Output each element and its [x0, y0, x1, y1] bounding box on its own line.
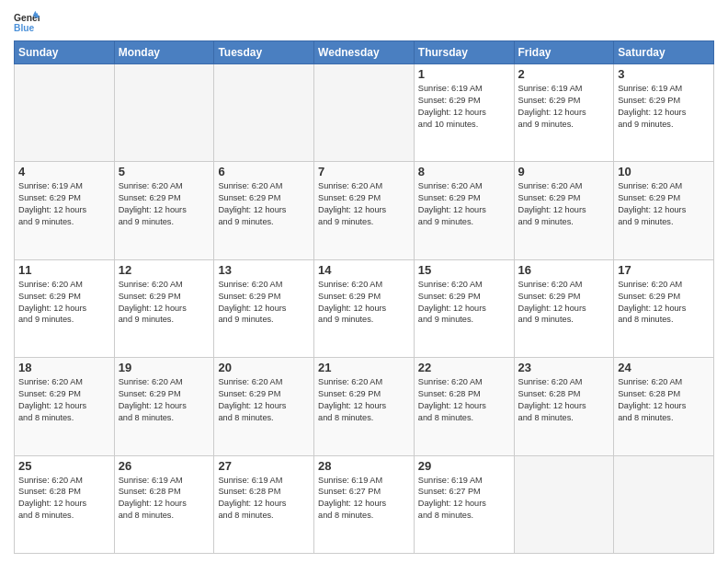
calendar-cell: 12Sunrise: 6:20 AMSunset: 6:29 PMDayligh…	[114, 259, 214, 357]
day-number: 11	[18, 263, 110, 277]
calendar-cell: 29Sunrise: 6:19 AMSunset: 6:27 PMDayligh…	[414, 455, 514, 553]
day-info: Sunrise: 6:19 AMSunset: 6:27 PMDaylight:…	[418, 475, 510, 523]
day-info: Sunrise: 6:20 AMSunset: 6:29 PMDaylight:…	[119, 279, 210, 327]
calendar-week-4: 18Sunrise: 6:20 AMSunset: 6:29 PMDayligh…	[15, 358, 714, 455]
calendar-cell: 14Sunrise: 6:20 AMSunset: 6:29 PMDayligh…	[314, 259, 415, 357]
calendar-cell: 7Sunrise: 6:20 AMSunset: 6:29 PMDaylight…	[314, 162, 415, 259]
calendar-cell: 5Sunrise: 6:20 AMSunset: 6:29 PMDaylight…	[114, 162, 214, 259]
calendar-cell: 19Sunrise: 6:20 AMSunset: 6:29 PMDayligh…	[114, 358, 214, 455]
day-number: 28	[318, 459, 410, 473]
calendar-cell: 26Sunrise: 6:19 AMSunset: 6:28 PMDayligh…	[114, 455, 214, 553]
day-number: 18	[18, 361, 110, 374]
day-info: Sunrise: 6:19 AMSunset: 6:27 PMDaylight:…	[318, 475, 410, 523]
calendar-cell	[214, 64, 314, 162]
day-number: 3	[618, 67, 710, 81]
day-info: Sunrise: 6:20 AMSunset: 6:29 PMDaylight:…	[318, 180, 410, 228]
calendar-cell	[114, 64, 214, 162]
calendar-cell: 23Sunrise: 6:20 AMSunset: 6:28 PMDayligh…	[514, 358, 614, 455]
day-info: Sunrise: 6:20 AMSunset: 6:28 PMDaylight:…	[418, 376, 510, 424]
day-number: 16	[518, 263, 610, 277]
day-number: 24	[618, 361, 710, 374]
calendar-header-monday: Monday	[114, 41, 214, 64]
calendar-header-thursday: Thursday	[414, 41, 514, 64]
day-number: 1	[418, 67, 510, 81]
calendar-week-3: 11Sunrise: 6:20 AMSunset: 6:29 PMDayligh…	[15, 259, 714, 357]
day-info: Sunrise: 6:20 AMSunset: 6:28 PMDaylight:…	[618, 376, 710, 424]
calendar-cell: 27Sunrise: 6:19 AMSunset: 6:28 PMDayligh…	[214, 455, 314, 553]
day-number: 4	[18, 165, 110, 178]
calendar-cell: 9Sunrise: 6:20 AMSunset: 6:29 PMDaylight…	[514, 162, 614, 259]
calendar-cell: 1Sunrise: 6:19 AMSunset: 6:29 PMDaylight…	[414, 64, 514, 162]
svg-text:Blue: Blue	[14, 23, 35, 33]
calendar-header-sunday: Sunday	[15, 41, 115, 64]
day-info: Sunrise: 6:20 AMSunset: 6:29 PMDaylight:…	[218, 180, 310, 228]
day-number: 15	[418, 263, 510, 277]
calendar-cell: 21Sunrise: 6:20 AMSunset: 6:29 PMDayligh…	[314, 358, 415, 455]
day-info: Sunrise: 6:20 AMSunset: 6:29 PMDaylight:…	[418, 279, 510, 327]
day-info: Sunrise: 6:20 AMSunset: 6:29 PMDaylight:…	[119, 180, 210, 228]
calendar-cell: 17Sunrise: 6:20 AMSunset: 6:29 PMDayligh…	[614, 259, 714, 357]
day-info: Sunrise: 6:20 AMSunset: 6:29 PMDaylight:…	[318, 279, 410, 327]
page: General Blue SundayMondayTuesdayWednesda…	[0, 0, 728, 563]
day-number: 27	[218, 459, 310, 473]
day-number: 9	[518, 165, 610, 178]
day-number: 14	[318, 263, 410, 277]
calendar-cell: 2Sunrise: 6:19 AMSunset: 6:29 PMDaylight…	[514, 64, 614, 162]
day-info: Sunrise: 6:20 AMSunset: 6:29 PMDaylight:…	[119, 376, 210, 424]
day-info: Sunrise: 6:19 AMSunset: 6:29 PMDaylight:…	[18, 180, 110, 228]
calendar-cell: 4Sunrise: 6:19 AMSunset: 6:29 PMDaylight…	[15, 162, 115, 259]
header: General Blue	[14, 9, 714, 35]
day-info: Sunrise: 6:19 AMSunset: 6:29 PMDaylight:…	[618, 83, 710, 131]
day-info: Sunrise: 6:20 AMSunset: 6:29 PMDaylight:…	[518, 180, 610, 228]
day-info: Sunrise: 6:20 AMSunset: 6:29 PMDaylight:…	[618, 180, 710, 228]
calendar-cell: 16Sunrise: 6:20 AMSunset: 6:29 PMDayligh…	[514, 259, 614, 357]
day-number: 22	[418, 361, 510, 374]
day-number: 13	[218, 263, 310, 277]
calendar-cell: 11Sunrise: 6:20 AMSunset: 6:29 PMDayligh…	[15, 259, 115, 357]
day-info: Sunrise: 6:20 AMSunset: 6:29 PMDaylight:…	[418, 180, 510, 228]
calendar-cell: 24Sunrise: 6:20 AMSunset: 6:28 PMDayligh…	[614, 358, 714, 455]
day-number: 6	[218, 165, 310, 178]
calendar-cell	[15, 64, 115, 162]
day-info: Sunrise: 6:20 AMSunset: 6:29 PMDaylight:…	[518, 279, 610, 327]
calendar-cell: 10Sunrise: 6:20 AMSunset: 6:29 PMDayligh…	[614, 162, 714, 259]
day-number: 26	[119, 459, 210, 473]
calendar-cell: 25Sunrise: 6:20 AMSunset: 6:28 PMDayligh…	[15, 455, 115, 553]
logo-icon: General Blue	[14, 9, 40, 35]
calendar-week-5: 25Sunrise: 6:20 AMSunset: 6:28 PMDayligh…	[15, 455, 714, 553]
day-info: Sunrise: 6:19 AMSunset: 6:29 PMDaylight:…	[418, 83, 510, 131]
calendar-cell: 20Sunrise: 6:20 AMSunset: 6:29 PMDayligh…	[214, 358, 314, 455]
calendar-header-row: SundayMondayTuesdayWednesdayThursdayFrid…	[15, 41, 714, 64]
calendar-cell	[314, 64, 415, 162]
day-number: 10	[618, 165, 710, 178]
day-info: Sunrise: 6:20 AMSunset: 6:29 PMDaylight:…	[218, 376, 310, 424]
day-info: Sunrise: 6:19 AMSunset: 6:28 PMDaylight:…	[218, 475, 310, 523]
calendar-header-friday: Friday	[514, 41, 614, 64]
day-number: 25	[18, 459, 110, 473]
day-info: Sunrise: 6:20 AMSunset: 6:29 PMDaylight:…	[18, 279, 110, 327]
calendar-header-tuesday: Tuesday	[214, 41, 314, 64]
calendar-table: SundayMondayTuesdayWednesdayThursdayFrid…	[14, 40, 714, 554]
calendar-cell: 28Sunrise: 6:19 AMSunset: 6:27 PMDayligh…	[314, 455, 415, 553]
day-number: 29	[418, 459, 510, 473]
calendar-cell: 3Sunrise: 6:19 AMSunset: 6:29 PMDaylight…	[614, 64, 714, 162]
calendar-week-1: 1Sunrise: 6:19 AMSunset: 6:29 PMDaylight…	[15, 64, 714, 162]
calendar-cell: 18Sunrise: 6:20 AMSunset: 6:29 PMDayligh…	[15, 358, 115, 455]
day-info: Sunrise: 6:19 AMSunset: 6:28 PMDaylight:…	[119, 475, 210, 523]
day-number: 12	[119, 263, 210, 277]
calendar-cell	[614, 455, 714, 553]
calendar-cell: 8Sunrise: 6:20 AMSunset: 6:29 PMDaylight…	[414, 162, 514, 259]
calendar-week-2: 4Sunrise: 6:19 AMSunset: 6:29 PMDaylight…	[15, 162, 714, 259]
logo: General Blue	[14, 9, 45, 35]
calendar-cell: 6Sunrise: 6:20 AMSunset: 6:29 PMDaylight…	[214, 162, 314, 259]
day-number: 19	[119, 361, 210, 374]
day-number: 23	[518, 361, 610, 374]
day-number: 5	[119, 165, 210, 178]
day-info: Sunrise: 6:20 AMSunset: 6:28 PMDaylight:…	[518, 376, 610, 424]
day-info: Sunrise: 6:19 AMSunset: 6:29 PMDaylight:…	[518, 83, 610, 131]
day-number: 8	[418, 165, 510, 178]
day-number: 21	[318, 361, 410, 374]
day-number: 20	[218, 361, 310, 374]
day-info: Sunrise: 6:20 AMSunset: 6:28 PMDaylight:…	[18, 475, 110, 523]
day-number: 17	[618, 263, 710, 277]
